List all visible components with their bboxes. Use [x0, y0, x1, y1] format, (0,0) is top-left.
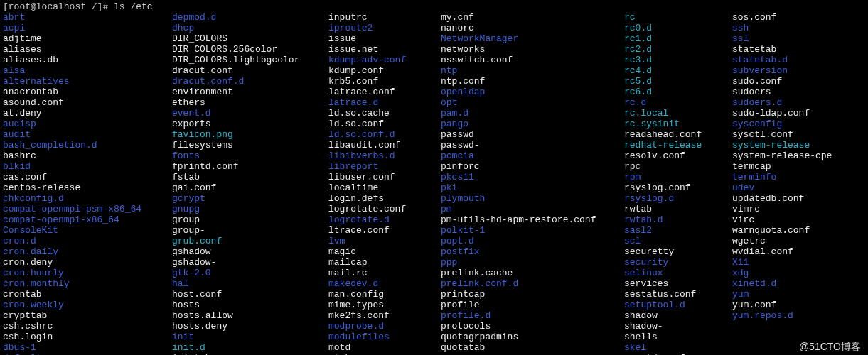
ls-output: abrtacpiadjtimealiasesaliases.dbalsaalte…	[3, 12, 865, 355]
file-entry: sos.conf	[732, 12, 865, 23]
file-entry: libibverbs.d	[328, 151, 441, 161]
file-entry: rc5.d	[624, 76, 732, 87]
file-entry: services	[624, 278, 732, 289]
file-entry: prelink.conf.d	[441, 278, 624, 289]
file-entry: csh.login	[3, 332, 172, 342]
file-entry: shells	[624, 332, 732, 342]
file-entry: sudo.conf	[732, 76, 865, 87]
file-entry: rc3.d	[624, 55, 732, 65]
file-entry: hosts.allow	[172, 310, 328, 321]
file-entry: bashrc	[3, 151, 172, 161]
file-entry: audisp	[3, 119, 172, 129]
file-entry: mime.types	[328, 300, 441, 310]
file-entry: dracut.conf	[172, 65, 328, 76]
ls-column-4: rcrc0.drc1.drc2.drc3.drc4.drc5.drc6.drc.…	[624, 12, 732, 355]
file-entry: X11	[732, 257, 865, 268]
file-entry: ntp.conf	[441, 76, 624, 87]
file-entry: resolv.conf	[624, 151, 732, 161]
file-entry: selinux	[624, 268, 732, 278]
file-entry: latrace.conf	[328, 87, 441, 97]
file-entry: alsa	[3, 65, 172, 76]
shell-prompt[interactable]: [root@localhost /]# ls /etc	[3, 1, 865, 12]
file-entry: abrt	[3, 12, 172, 23]
file-entry: pango	[441, 119, 624, 129]
file-entry: bash_completion.d	[3, 140, 172, 151]
file-entry: gshadow	[172, 246, 328, 257]
file-entry: prelink.cache	[441, 268, 624, 278]
file-entry: man.config	[328, 289, 441, 300]
file-entry: statetab	[732, 44, 865, 55]
file-entry: login.defs	[328, 193, 441, 204]
file-entry: profile	[441, 300, 624, 310]
file-entry: termcap	[732, 161, 865, 172]
file-entry: yum	[732, 289, 865, 300]
file-entry: printcap	[441, 289, 624, 300]
file-entry: plymouth	[441, 193, 624, 204]
file-entry: sysctl.conf	[732, 129, 865, 140]
file-entry: at.deny	[3, 108, 172, 119]
file-entry: kdump-adv-conf	[328, 55, 441, 65]
file-entry: sudoers	[732, 87, 865, 97]
file-entry: crypttab	[3, 310, 172, 321]
file-entry: DIR_COLORS.lightbgcolor	[172, 55, 328, 65]
file-entry: latrace.d	[328, 97, 441, 108]
file-entry: rc1.d	[624, 33, 732, 44]
file-entry: fprintd.conf	[172, 161, 328, 172]
file-entry: libuser.conf	[328, 172, 441, 182]
file-entry: motd	[328, 342, 441, 353]
file-entry: rwtab	[624, 204, 732, 214]
file-entry: passwd	[441, 129, 624, 140]
file-entry: rc4.d	[624, 65, 732, 76]
file-entry: cron.weekly	[3, 300, 172, 310]
file-entry: networks	[441, 44, 624, 55]
file-entry: mail.rc	[328, 268, 441, 278]
file-entry: setuptool.d	[624, 300, 732, 310]
file-entry: filesystems	[172, 140, 328, 151]
file-entry: ssh	[732, 23, 865, 33]
file-entry: krb5.conf	[328, 76, 441, 87]
file-entry: localtime	[328, 182, 441, 193]
file-entry: protocols	[441, 321, 624, 332]
file-entry: securetty	[624, 246, 732, 257]
file-entry: ethers	[172, 97, 328, 108]
file-entry: csh.cshrc	[3, 321, 172, 332]
file-entry: environment	[172, 87, 328, 97]
file-entry: logrotate.d	[328, 214, 441, 225]
file-entry: audit	[3, 129, 172, 140]
file-entry: polkit-1	[441, 225, 624, 236]
file-entry: rpc	[624, 161, 732, 172]
file-entry: ltrace.conf	[328, 225, 441, 236]
file-entry: gcrypt	[172, 193, 328, 204]
file-entry: gai.conf	[172, 182, 328, 193]
file-entry: rc.d	[624, 97, 732, 108]
file-entry: group-	[172, 225, 328, 236]
file-entry: skel	[624, 342, 732, 353]
ls-column-1: depmod.ddhcpDIR_COLORSDIR_COLORS.256colo…	[172, 12, 328, 355]
file-entry: chkconfig.d	[3, 193, 172, 204]
file-entry: grub.conf	[172, 236, 328, 246]
file-entry: passwd-	[441, 140, 624, 151]
file-entry: my.cnf	[441, 12, 624, 23]
file-entry: shadow-	[624, 321, 732, 332]
file-entry: rsyslog.conf	[624, 182, 732, 193]
file-entry: ConsoleKit	[3, 225, 172, 236]
file-entry: pcmcia	[441, 151, 624, 161]
file-entry: crontab	[3, 289, 172, 300]
watermark: @51CTO博客	[799, 342, 861, 352]
file-entry: libreport	[328, 161, 441, 172]
file-entry: alternatives	[3, 76, 172, 87]
file-entry: iproute2	[328, 23, 441, 33]
file-entry: rsyslog.d	[624, 193, 732, 204]
file-entry: dbus-1	[3, 342, 172, 353]
file-entry: cron.monthly	[3, 278, 172, 289]
file-entry: fonts	[172, 151, 328, 161]
file-entry: rwtab.d	[624, 214, 732, 225]
file-entry: gshadow-	[172, 257, 328, 268]
file-entry: kdump.conf	[328, 65, 441, 76]
file-entry: vimrc	[732, 204, 865, 214]
file-entry: rpm	[624, 172, 732, 182]
file-entry: scl	[624, 236, 732, 246]
file-entry: nsswitch.conf	[441, 55, 624, 65]
file-entry: postfix	[441, 246, 624, 257]
file-entry: group	[172, 214, 328, 225]
